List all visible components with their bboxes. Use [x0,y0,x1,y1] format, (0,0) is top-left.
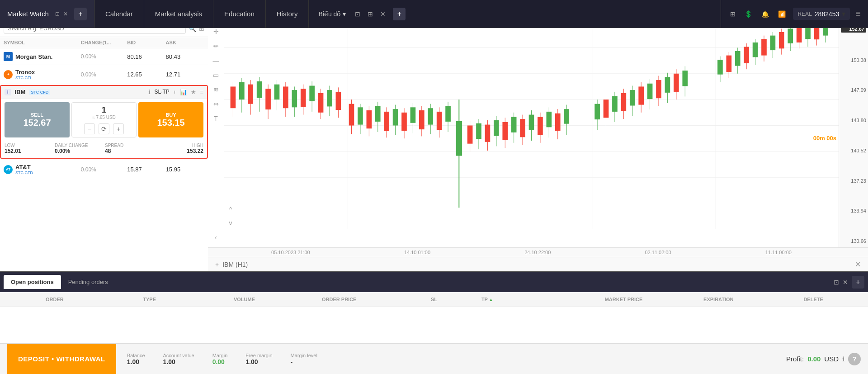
price-147: 147.09 [841,87,866,93]
tab-market-analysis[interactable]: Market analysis [144,0,213,28]
horizontal-line-tool[interactable]: — [210,54,222,67]
svg-rect-79 [529,115,534,130]
symbol-row-att[interactable]: AT AT&T STC CFD 0.00% 15.87 15.95 [0,160,208,179]
svg-rect-17 [248,85,253,104]
svg-rect-121 [761,39,767,55]
add-positions-panel[interactable]: + [852,276,864,289]
rectangle-tool[interactable]: ▭ [210,69,222,81]
svg-rect-71 [494,120,499,136]
market-watch-close[interactable]: ✕ [62,10,69,18]
orders-table-header: ORDER TYPE VOLUME ORDER PRICE SL TP ▲ MA… [0,292,868,307]
measure-tool[interactable]: ⇔ [210,98,222,110]
tab-education[interactable]: Education [213,0,266,28]
ibm-more-icon[interactable]: ≡ [200,89,203,95]
header-change: CHANGE(1... [81,40,127,45]
footer: DEPOSIT • WITHDRAWAL Balance 1.00 Accoun… [0,343,868,374]
ibm-name: IBM [15,89,26,95]
profit-info-icon[interactable]: ℹ [842,355,844,363]
att-name: AT&T [15,164,33,170]
orders-empty-area [0,307,868,343]
ibm-star-icon[interactable]: ★ [191,89,196,95]
add-chart-panel[interactable]: + [215,261,219,268]
free-margin-label: Free margin [245,353,272,358]
collapse-left-tools[interactable]: ‹ [210,231,222,244]
add-chart-button[interactable]: + [393,8,406,20]
svg-rect-115 [735,51,741,66]
svg-rect-109 [682,71,688,86]
tronox-change: 0.00% [81,71,127,78]
tab-pending-orders[interactable]: Pending orders [61,275,115,289]
account-value-label: Account value [163,353,194,358]
chart-minimize-button[interactable]: ⊡ [353,9,362,19]
wifi-icon[interactable]: 📶 [776,9,788,19]
ibm-sell-button[interactable]: SELL 152.67 [5,102,70,137]
add-panel-button[interactable]: + [74,8,87,20]
svg-rect-25 [283,86,288,108]
svg-rect-97 [630,90,635,105]
dollar-icon[interactable]: 💲 [743,9,754,19]
chart-resize-button[interactable]: ⊞ [366,9,375,19]
candlestick-chart [224,22,839,229]
ibm-buy-button[interactable]: BUY 153.15 [138,102,203,137]
svg-rect-87 [564,109,569,124]
tronox-icon: ✦ [4,70,13,79]
qty-increase-button[interactable]: + [113,123,124,134]
svg-rect-123 [770,36,776,51]
qty-decrease-button[interactable]: − [84,123,95,134]
spread-label: SPREAD [105,143,153,148]
margin-level-value: - [291,358,317,365]
symbol-row-tronox[interactable]: ✦ Tronox STC CFI 0.00% 12.65 12.71 [0,65,208,84]
bell-icon[interactable]: 🔔 [760,9,771,19]
fibonacci-tool[interactable]: ≋ [210,83,222,96]
svg-rect-89 [594,104,600,119]
balance-value: 1.00 [127,358,145,365]
qty-refresh-button[interactable]: ⟳ [99,123,109,134]
svg-rect-27 [292,90,297,107]
ibm-add-icon[interactable]: + [173,89,177,95]
svg-rect-119 [753,43,758,57]
tab-calendar[interactable]: Calendar [94,0,144,28]
account-type: REAL [797,11,811,17]
ibm-chart-icon[interactable]: 📊 [180,89,187,95]
svg-rect-67 [476,123,481,139]
chart-expand-down[interactable]: v [224,217,237,229]
bottom-section: Open positions Pending orders ⊡ ✕ + ORDE… [0,271,868,374]
svg-rect-47 [384,112,389,131]
tp-sort-arrow: ▲ [489,297,493,302]
help-button[interactable]: ? [848,353,861,365]
positions-close[interactable]: ✕ [843,276,848,289]
layout-icon[interactable]: ⊞ [728,9,737,19]
col-delete: DELETE [766,297,861,302]
tab-open-positions[interactable]: Open positions [4,275,61,289]
svg-rect-13 [231,86,236,108]
price-140: 140.52 [841,148,866,153]
ibm-info-icon[interactable]: ℹ [148,89,151,95]
svg-rect-83 [547,112,552,127]
top-navigation: Market Watch ⊡ ✕ + Calendar Market analy… [0,0,868,28]
svg-rect-77 [520,119,525,137]
pencil-tool[interactable]: ✏ [210,40,222,52]
positions-minimize[interactable]: ⊡ [834,276,839,289]
margin-value: 0.00 [212,358,228,365]
hamburger-menu[interactable]: ≡ [855,9,861,19]
tab-history[interactable]: History [266,0,309,28]
time-1: 05.10.2023 21:00 [271,250,310,255]
symbol-row-morgan[interactable]: M Morgan Stan. 0.00% 80.16 80.43 [0,48,208,65]
ibm-sl-tp[interactable]: SL·TP [154,89,169,95]
svg-rect-99 [638,86,644,104]
market-watch-minimize[interactable]: ⊡ [54,10,61,18]
chart-expand-up[interactable]: ^ [224,203,237,216]
chart-title-bar: + IBM (H1) ✕ [208,257,868,271]
ibm-tag: STC CFD [29,90,50,95]
header-symbol: SYMBOL [4,40,81,45]
svg-rect-53 [410,107,416,123]
chart-close-button[interactable]: ✕ [378,9,387,19]
deposit-withdrawal-button[interactable]: DEPOSIT • WITHDRAWAL [7,344,116,374]
close-chart-panel[interactable]: ✕ [855,260,861,269]
account-selector[interactable]: REAL 2882453 ▾ [793,8,850,20]
bieu-do-button[interactable]: Biểu đồ ▾ [315,9,349,19]
left-panel: ★ FAV 🔥 HOT SEN FX IND CMD STC ▶ 🔍 ⊞ [0,0,208,271]
svg-rect-101 [647,84,653,99]
text-tool[interactable]: T [210,112,222,125]
svg-rect-107 [674,74,679,92]
